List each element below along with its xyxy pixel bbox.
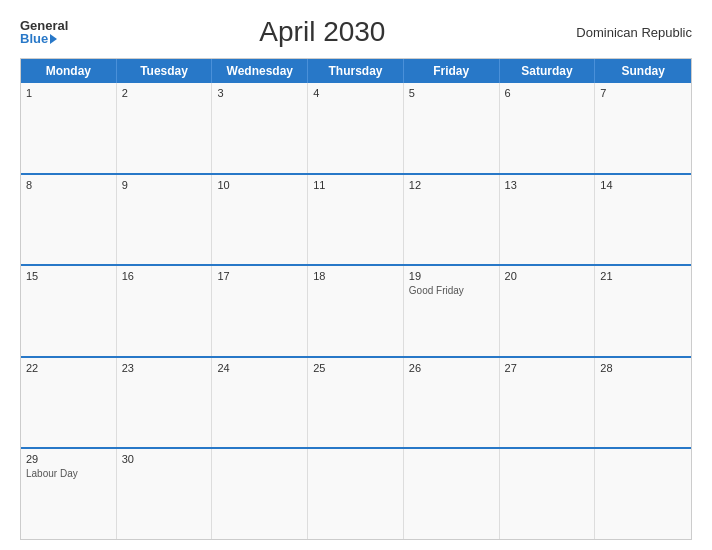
day-empty-4 <box>500 449 596 539</box>
day-15: 15 <box>21 266 117 356</box>
day-22: 22 <box>21 358 117 448</box>
good-friday-label: Good Friday <box>409 285 464 296</box>
day-21: 21 <box>595 266 691 356</box>
day-11: 11 <box>308 175 404 265</box>
header-sunday: Sunday <box>595 59 691 83</box>
header-wednesday: Wednesday <box>212 59 308 83</box>
day-20: 20 <box>500 266 596 356</box>
day-2: 2 <box>117 83 213 173</box>
day-28: 28 <box>595 358 691 448</box>
day-12: 12 <box>404 175 500 265</box>
logo: General Blue <box>20 19 68 45</box>
day-1: 1 <box>21 83 117 173</box>
day-29: 29 Labour Day <box>21 449 117 539</box>
region-label: Dominican Republic <box>576 25 692 40</box>
day-26: 26 <box>404 358 500 448</box>
day-25: 25 <box>308 358 404 448</box>
day-19: 19 Good Friday <box>404 266 500 356</box>
logo-blue-text: Blue <box>20 32 68 45</box>
week-row-4: 22 23 24 25 26 27 28 <box>21 356 691 448</box>
header-monday: Monday <box>21 59 117 83</box>
header-tuesday: Tuesday <box>117 59 213 83</box>
day-27: 27 <box>500 358 596 448</box>
week-row-5: 29 Labour Day 30 <box>21 447 691 539</box>
day-13: 13 <box>500 175 596 265</box>
day-14: 14 <box>595 175 691 265</box>
header-thursday: Thursday <box>308 59 404 83</box>
day-30: 30 <box>117 449 213 539</box>
day-7: 7 <box>595 83 691 173</box>
day-4: 4 <box>308 83 404 173</box>
day-empty-3 <box>404 449 500 539</box>
day-18: 18 <box>308 266 404 356</box>
header-friday: Friday <box>404 59 500 83</box>
labour-day-label: Labour Day <box>26 468 78 479</box>
day-16: 16 <box>117 266 213 356</box>
calendar-grid: Monday Tuesday Wednesday Thursday Friday… <box>20 58 692 540</box>
day-empty-5 <box>595 449 691 539</box>
header-saturday: Saturday <box>500 59 596 83</box>
day-9: 9 <box>117 175 213 265</box>
day-5: 5 <box>404 83 500 173</box>
day-empty-2 <box>308 449 404 539</box>
page-header: General Blue April 2030 Dominican Republ… <box>20 16 692 48</box>
day-23: 23 <box>117 358 213 448</box>
calendar-page: General Blue April 2030 Dominican Republ… <box>0 0 712 550</box>
day-17: 17 <box>212 266 308 356</box>
day-3: 3 <box>212 83 308 173</box>
week-row-1: 1 2 3 4 5 6 7 <box>21 83 691 173</box>
day-10: 10 <box>212 175 308 265</box>
day-6: 6 <box>500 83 596 173</box>
calendar-body: 1 2 3 4 5 6 7 8 9 10 11 12 13 14 15 16 <box>21 83 691 539</box>
week-row-3: 15 16 17 18 19 Good Friday 20 21 <box>21 264 691 356</box>
day-8: 8 <box>21 175 117 265</box>
day-empty-1 <box>212 449 308 539</box>
week-row-2: 8 9 10 11 12 13 14 <box>21 173 691 265</box>
calendar-header-row: Monday Tuesday Wednesday Thursday Friday… <box>21 59 691 83</box>
calendar-title: April 2030 <box>259 16 385 48</box>
day-24: 24 <box>212 358 308 448</box>
logo-triangle-icon <box>50 34 57 44</box>
